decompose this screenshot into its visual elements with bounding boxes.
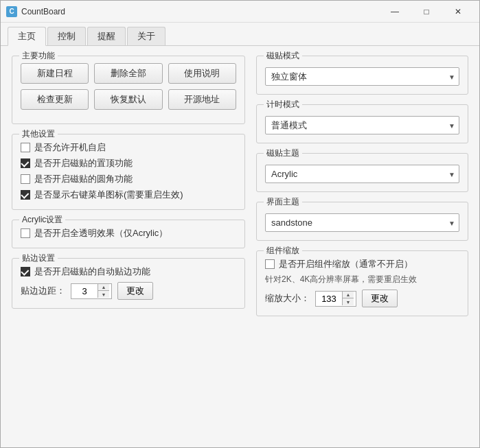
widget-zoom-size-row: 缩放大小： ▲ ▼ 更改 — [265, 290, 459, 307]
ui-theme-select[interactable]: sandstone ocean forest dark — [265, 213, 459, 232]
border-distance-row: 贴边边距： ▲ ▼ 更改 — [21, 282, 236, 300]
tray-icon-row: 是否显示右键菜单图标(需要重启生效) — [21, 189, 236, 201]
round-corner-row: 是否开启磁贴的圆角功能 — [21, 173, 236, 185]
window-title: CountBoard — [21, 7, 379, 16]
title-bar: C CountBoard — □ ✕ — [1, 1, 479, 23]
top-window-row: 是否开启磁贴的置顶功能 — [21, 157, 236, 169]
magnet-theme-select[interactable]: Acrylic Fluent Simple Dark — [265, 165, 459, 183]
tab-about[interactable]: 关于 — [127, 27, 165, 45]
top-window-checkbox[interactable] — [21, 158, 30, 168]
round-corner-checkbox[interactable] — [21, 174, 30, 184]
border-distance-down[interactable]: ▼ — [98, 291, 109, 298]
magnet-theme-group: 磁贴主题 Acrylic Fluent Simple Dark ▼ — [256, 153, 468, 192]
right-column: 磁贴模式 独立窗体 嵌入桌面 普通窗体 ▼ 计时模式 普通模式 精确模式 — [256, 56, 468, 438]
auto-start-label: 是否允许开机自启 — [34, 141, 106, 154]
magnet-theme-title: 磁贴主题 — [264, 148, 302, 159]
tab-control[interactable]: 控制 — [47, 27, 86, 45]
full-transparent-label: 是否开启全透明效果（仅Acrylic） — [34, 227, 168, 239]
app-window: C CountBoard — □ ✕ 主页 控制 提醒 关于 主要功能 新建日程… — [0, 0, 480, 448]
other-settings-group: 其他设置 是否允许开机自启 是否开启磁贴的置顶功能 是否开启磁贴的圆角功能 是否… — [12, 134, 245, 210]
magnet-mode-group: 磁贴模式 独立窗体 嵌入桌面 普通窗体 ▼ — [256, 56, 468, 95]
magnet-mode-title: 磁贴模式 — [264, 50, 302, 62]
delete-all-button[interactable]: 删除全部 — [94, 63, 162, 84]
timer-mode-select[interactable]: 普通模式 精确模式 — [265, 116, 459, 134]
left-column: 主要功能 新建日程 删除全部 使用说明 检查更新 恢复默认 开源地址 其他设置 … — [12, 56, 245, 438]
tab-main[interactable]: 主页 — [8, 27, 46, 46]
round-corner-label: 是否开启磁贴的圆角功能 — [34, 173, 133, 185]
zoom-size-update-button[interactable]: 更改 — [362, 290, 398, 307]
ui-theme-title: 界面主题 — [264, 196, 302, 208]
tray-icon-label: 是否显示右键菜单图标(需要重启生效) — [34, 189, 183, 201]
auto-start-checkbox[interactable] — [21, 143, 30, 152]
border-distance-label: 贴边边距： — [21, 285, 65, 297]
auto-start-row: 是否允许开机自启 — [21, 141, 236, 154]
timer-mode-select-wrap: 普通模式 精确模式 ▼ — [265, 116, 459, 134]
auto-border-checkbox[interactable] — [21, 267, 30, 276]
magnet-mode-select[interactable]: 独立窗体 嵌入桌面 普通窗体 — [265, 67, 459, 86]
widget-zoom-label: 是否开启组件缩放（通常不开启） — [279, 258, 413, 270]
check-update-button[interactable]: 检查更新 — [21, 89, 89, 110]
timer-mode-title: 计时模式 — [264, 99, 302, 110]
magnet-mode-select-wrap: 独立窗体 嵌入桌面 普通窗体 ▼ — [265, 67, 459, 86]
border-distance-input[interactable]: ▲ ▼ — [71, 283, 112, 299]
border-settings-group: 贴边设置 是否开启磁贴的自动贴边功能 贴边边距： ▲ ▼ 更改 — [12, 258, 245, 309]
minimize-button[interactable]: — — [379, 1, 411, 23]
zoom-size-field[interactable] — [316, 292, 342, 306]
new-schedule-button[interactable]: 新建日程 — [21, 63, 89, 84]
full-transparent-checkbox[interactable] — [21, 228, 30, 238]
border-distance-update-button[interactable]: 更改 — [117, 282, 153, 300]
main-features-row2: 检查更新 恢复默认 开源地址 — [21, 89, 236, 110]
widget-zoom-note: 针对2K、4K高分辨率屏幕，需要重启生效 — [265, 274, 459, 285]
auto-border-label: 是否开启磁贴的自动贴边功能 — [34, 266, 150, 278]
tab-bar: 主页 控制 提醒 关于 — [1, 23, 479, 46]
ui-theme-select-wrap: sandstone ocean forest dark ▼ — [265, 213, 459, 232]
maximize-button[interactable]: □ — [411, 1, 442, 23]
ui-theme-group: 界面主题 sandstone ocean forest dark ▼ — [256, 202, 468, 241]
zoom-size-up[interactable]: ▲ — [343, 292, 354, 298]
open-source-button[interactable]: 开源地址 — [168, 89, 236, 110]
zoom-size-down[interactable]: ▼ — [343, 298, 354, 305]
restore-default-button[interactable]: 恢复默认 — [94, 89, 162, 110]
main-features-row1: 新建日程 删除全部 使用说明 — [21, 63, 236, 84]
other-settings-title: 其他设置 — [19, 128, 58, 140]
top-window-label: 是否开启磁贴的置顶功能 — [34, 157, 133, 169]
border-distance-arrows: ▲ ▼ — [98, 284, 109, 298]
zoom-size-label: 缩放大小： — [265, 292, 310, 305]
widget-zoom-checkbox-row: 是否开启组件缩放（通常不开启） — [265, 258, 459, 270]
tab-content: 主要功能 新建日程 删除全部 使用说明 检查更新 恢复默认 开源地址 其他设置 … — [1, 46, 479, 447]
widget-zoom-group: 组件缩放 是否开启组件缩放（通常不开启） 针对2K、4K高分辨率屏幕，需要重启生… — [256, 250, 468, 316]
border-settings-title: 贴边设置 — [19, 252, 58, 264]
app-icon: C — [6, 6, 17, 17]
widget-zoom-title: 组件缩放 — [264, 245, 302, 257]
zoom-size-input[interactable]: ▲ ▼ — [315, 291, 356, 307]
usage-guide-button[interactable]: 使用说明 — [168, 63, 236, 84]
acrylic-settings-group: Acrylic设置 是否开启全透明效果（仅Acrylic） — [12, 220, 245, 248]
widget-zoom-checkbox[interactable] — [265, 259, 275, 269]
tab-remind[interactable]: 提醒 — [87, 27, 126, 45]
auto-border-row: 是否开启磁贴的自动贴边功能 — [21, 266, 236, 278]
acrylic-settings-title: Acrylic设置 — [19, 214, 65, 226]
window-controls: — □ ✕ — [379, 1, 474, 23]
full-transparent-row: 是否开启全透明效果（仅Acrylic） — [21, 227, 236, 239]
main-features-title: 主要功能 — [19, 50, 58, 62]
tray-icon-checkbox[interactable] — [21, 190, 30, 200]
magnet-theme-select-wrap: Acrylic Fluent Simple Dark ▼ — [265, 165, 459, 183]
main-features-group: 主要功能 新建日程 删除全部 使用说明 检查更新 恢复默认 开源地址 — [12, 56, 245, 124]
close-button[interactable]: ✕ — [442, 1, 474, 23]
zoom-size-arrows: ▲ ▼ — [342, 292, 354, 305]
timer-mode-group: 计时模式 普通模式 精确模式 ▼ — [256, 104, 468, 143]
border-distance-up[interactable]: ▲ — [98, 284, 109, 291]
border-distance-field[interactable] — [71, 284, 98, 298]
